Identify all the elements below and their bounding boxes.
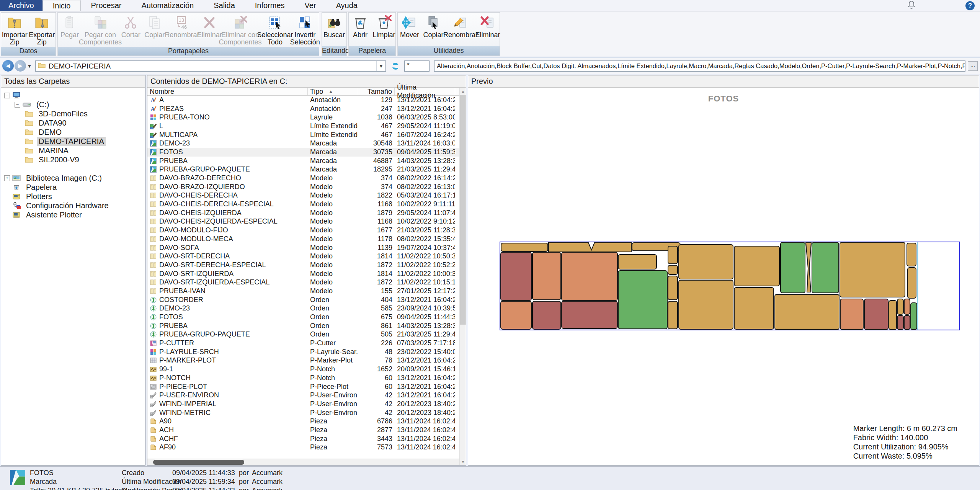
ribbon-button-paste-components[interactable]: Pegar con Componentes [82,14,119,47]
ribbon-button-delete-doc[interactable]: Eliminar [476,14,500,39]
file-row-p-layrule-srch[interactable]: P-LAYRULE-SRCHP-Layrule-Sear...4823/02/2… [147,348,466,356]
file-row-demo-23[interactable]: DEMO-23Marcada3054813/11/2024 16:03:00 [147,139,466,148]
file-row-l[interactable]: LLímite Extendido46729/05/2024 11:19:04 [147,122,466,131]
tree-item-biblioteca-imagen-c-[interactable]: +Biblioteca Imagen (C:) [1,173,145,183]
tree-item-asistente-plotter[interactable]: Asistente Plotter [1,210,145,219]
file-row-davo-srt-derecha[interactable]: DAVO-SRT-DERECHAModelo181411/02/2022 10:… [147,252,466,261]
file-row-demo-23[interactable]: DEMO-23Orden58523/09/2024 10:39:56 [147,304,466,313]
ribbon-button-trash-open[interactable]: Abrir [348,14,372,39]
file-row-davo-brazo-derecho[interactable]: DAVO-BRAZO-DERECHOModelo37408/02/2022 16… [147,174,466,183]
file-row-multicapa[interactable]: MULTICAPALímite Extendido46716/07/2024 1… [147,131,466,139]
ribbon-button-delete-x[interactable]: Eliminar [198,14,222,39]
tree-item-sil2000-v9[interactable]: SIL2000-V9 [1,155,145,164]
ribbon-button-search-binoculars[interactable]: Buscar [322,14,346,39]
file-row-prueba-tono[interactable]: PRUEBA-TONOLayrule103806/03/2025 8:53:00 [147,113,466,122]
file-row-ach[interactable]: ACHPieza287713/11/2024 16:02:42 [147,426,466,434]
tree-item-computer[interactable]: − [1,91,145,100]
file-row-wfind-metric[interactable]: WFIND-METRICP-User-Environ4220/12/2023 1… [147,408,466,417]
file-row-prueba-grupo-paquete[interactable]: PRUEBA-GRUPO-PAQUETEMarcada1829521/03/20… [147,165,466,174]
file-row-davo-cheis-derecha-especial[interactable]: DAVO-CHEIS-DERECHA-ESPECIALModelo116810/… [147,200,466,209]
menu-ayuda[interactable]: Ayuda [326,0,368,11]
file-row-davo-sofa[interactable]: DAVO-SOFAModelo113919/07/2024 10:37:40 [147,243,466,252]
file-row-davo-modulo-fijo[interactable]: DAVO-MODULO-FIJOModelo167721/03/2025 11:… [147,226,466,235]
file-row-wfind-imperial[interactable]: WFIND-IMPERIALP-User-Environ4220/12/2023… [147,400,466,408]
ribbon-button-invert-selection[interactable]: Invertir Selección [291,14,319,47]
file-row-davo-srt-izquierda[interactable]: DAVO-SRT-IZQUIERDAModelo181411/02/2022 1… [147,270,466,278]
scroll-down-icon[interactable]: ▼ [460,459,466,465]
path-combobox[interactable]: DEMO-TAPICERIA ▼ [35,60,386,72]
file-row-p-cutter[interactable]: P-CUTTERP-Cutter22607/03/2025 7:17:18 [147,339,466,348]
tree-item-papelera[interactable]: Papelera [1,183,145,192]
file-row-99-1[interactable]: 99-1P-Notch165220/09/2021 15:46:17 [147,365,466,374]
type-filter-input[interactable]: Alteración,Anotación,Block Buffer,Cut,Da… [434,60,965,72]
file-row-a[interactable]: AAAnotación12913/12/2021 16:04:26 [147,96,466,105]
tree-item-data90[interactable]: DATA90 [1,118,145,127]
ribbon-button-cut[interactable]: Cortar [119,14,143,39]
tree-item-marina[interactable]: MARINA [1,146,145,155]
scroll-up-icon[interactable]: ▲ [460,88,466,95]
file-row-davo-cheis-izquierda-especial[interactable]: DAVO-CHEIS-IZQUIERDA-ESPECIALModelo11681… [147,217,466,226]
file-row-davo-cheis-izquierda[interactable]: DAVO-CHEIS-IZQUIERDAModelo187929/05/2024… [147,209,466,217]
file-row-davo-cheis-derecha[interactable]: DAVO-CHEIS-DERECHAModelo182205/03/2024 1… [147,191,466,200]
menu-salida[interactable]: Salida [204,0,245,11]
tree-item--c-[interactable]: −(C:) [1,100,145,109]
help-icon[interactable]: ? [965,1,975,10]
file-row-p-marker-plot[interactable]: P-MARKER-PLOTP-Marker-Plot7813/12/2021 1… [147,356,466,365]
file-row-davo-srt-derecha-especial[interactable]: DAVO-SRT-DERECHA-ESPECIALModelo187211/02… [147,261,466,270]
tree-item-demo-tapiceria[interactable]: DEMO-TAPICERIA [1,137,145,146]
file-row-achf[interactable]: ACHFPieza344313/11/2024 16:02:42 [147,434,466,443]
back-button[interactable]: ◄ [2,60,14,72]
collapse-icon[interactable]: − [15,102,20,108]
ribbon-button-rename-calendar[interactable]: 1346Renombrar [167,14,198,39]
horizontal-scrollbar-thumb[interactable] [153,460,244,465]
ribbon-button-select-all[interactable]: Seleccionar Todo [259,14,291,47]
file-row-p-user-environ[interactable]: P-USER-ENVIRONP-User-Environ4213/12/2021… [147,391,466,400]
ribbon-button-copy-cursor[interactable]: Copiar [421,14,445,39]
file-row-af90[interactable]: AF90Pieza757313/11/2024 16:02:42 [147,443,466,452]
expand-icon[interactable]: + [4,175,10,181]
vertical-scrollbar-thumb[interactable] [460,95,466,325]
ribbon-button-move[interactable]: Mover [398,14,421,39]
ribbon-button-rename-pencil[interactable]: Renombrar [445,14,476,39]
column-header-nombre[interactable]: Nombre [147,88,308,95]
file-row-fotos[interactable]: FOTOSMarcada3073509/04/2025 11:59:34 [147,148,466,157]
search-input[interactable]: * [404,60,430,72]
ribbon-button-copy[interactable]: Copiar [143,14,167,39]
file-row-p-notch[interactable]: P-NOTCHP-Notch6013/12/2021 16:04:26 [147,374,466,382]
file-row-piezas[interactable]: APIEZASAnotación24713/12/2021 16:04:26 [147,105,466,113]
path-dropdown-icon[interactable]: ▼ [376,61,385,71]
file-row-a90[interactable]: A90Pieza678613/11/2024 16:02:42 [147,417,466,426]
forward-button[interactable]: ► [15,60,26,72]
horizontal-scrollbar[interactable] [147,459,460,465]
bell-icon[interactable] [907,0,916,11]
file-row-prueba-grupo-paquete[interactable]: PRUEBA-GRUPO-PAQUETEOrden50521/03/2025 1… [147,330,466,339]
file-row-davo-srt-izquierda-especial[interactable]: DAVO-SRT-IZQUIERDA-ESPECIALModelo187211/… [147,278,466,287]
column-header-tama-o[interactable]: Tamaño [358,88,395,95]
tree-item-3d-demofiles[interactable]: 3D-DemoFiles [1,109,145,118]
history-dropdown-icon[interactable]: ▼ [25,61,34,71]
vertical-scrollbar[interactable]: ▲ ▼ [459,88,466,465]
column-header--ltima-modificaci-n[interactable]: Última Modificación [395,88,455,95]
filter-more-button[interactable]: ... [968,61,978,71]
menu-informes[interactable]: Informes [245,0,295,11]
file-row-prueba-ivan[interactable]: PRUEBA-IVANModelo15527/01/2025 12:17:26 [147,287,466,296]
menu-ver[interactable]: Ver [295,0,326,11]
file-row-davo-modulo-meca[interactable]: DAVO-MODULO-MECAModelo117808/02/2022 15:… [147,235,466,243]
ribbon-button-trash-clear[interactable]: Limpiar [372,14,396,39]
menu-inicio[interactable]: Inicio [42,0,81,11]
file-row-prueba[interactable]: PRUEBAOrden86114/03/2025 13:28:34 [147,322,466,330]
ribbon-button-zip-import[interactable]: Importar Zip [1,14,28,47]
tree-item-plotters[interactable]: Plotters [1,192,145,201]
ribbon-button-zip-export[interactable]: Exportar Zip [28,14,56,47]
file-row-p-piece-plot[interactable]: P-PIECE-PLOTP-Piece-Plot6013/12/2021 16:… [147,382,466,391]
ribbon-button-delete-components[interactable]: Eliminar con Componentes [222,14,259,47]
menu-archivo[interactable]: Archivo [0,0,42,11]
column-header-tipo[interactable]: Tipo ▲ [308,88,358,95]
file-row-prueba[interactable]: PRUEBAMarcada4688714/03/2025 13:28:35 [147,157,466,165]
file-row-fotos[interactable]: FOTOSOrden67509/04/2025 11:44:33 [147,313,466,322]
menu-automatizacion[interactable]: Automatización [131,0,204,11]
file-row-davo-brazo-izquierdo[interactable]: DAVO-BRAZO-IZQUIERDOModelo37408/02/2022 … [147,183,466,191]
refresh-button[interactable] [389,60,402,72]
collapse-icon[interactable]: − [4,93,10,98]
ribbon-button-paste[interactable]: Pegar [58,14,82,39]
